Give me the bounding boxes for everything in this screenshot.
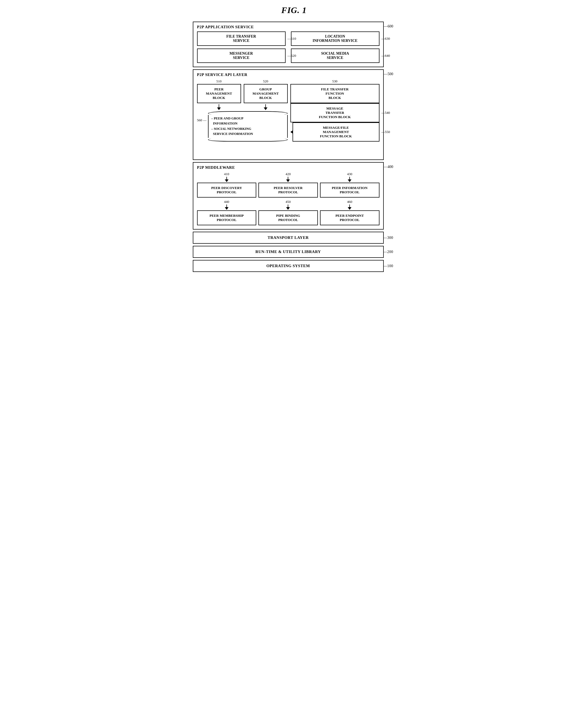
file-transfer-service-text: FILE TRANSFERSERVICE <box>226 34 256 43</box>
peer-mgmt-text: PEERMANAGEMENTBLOCK <box>206 87 232 100</box>
app-service-ref: —600 <box>384 24 393 28</box>
mw-num-430: 430 <box>320 172 379 176</box>
peer-mgmt-block: PEERMANAGEMENTBLOCK <box>197 84 241 103</box>
mw-num-460: 460 <box>320 200 379 204</box>
location-service-text: LOCATIONINFORMATION SERVICE <box>313 34 357 43</box>
file-transfer-fb-text: FILE TRANSFERFUNCTIONBLOCK <box>321 87 349 100</box>
api-left-col: 510 520 PEERMANAGEMENTBLOCK GROUPMANAGEM… <box>197 79 288 142</box>
location-service-ref: —630 <box>381 36 390 41</box>
group-mgmt-block: GROUPMANAGEMENTBLOCK <box>244 84 288 103</box>
file-transfer-num: 530 <box>290 79 379 84</box>
messenger-service-wrapper: MESSENGERSERVICE —620 <box>197 48 285 63</box>
cylinder-bottom <box>208 138 287 142</box>
transport-label: TRANSPORT LAYER <box>267 235 309 240</box>
pipe-binding-block: PIPE BINDINGPROTOCOL <box>258 210 318 225</box>
mw-arrow-row-1 <box>197 177 379 182</box>
social-media-service-block: SOCIAL MEDIASERVICE —640 <box>291 48 379 63</box>
group-mgmt-text: GROUPMANAGEMENTBLOCK <box>252 87 279 100</box>
cylinder-top <box>208 111 287 115</box>
mw-num-450: 450 <box>258 200 318 204</box>
mw-num-420: 420 <box>258 172 318 176</box>
cylinder-body: – PEER AND GROUP INFORMATION– SOCIAL NET… <box>208 115 287 138</box>
app-service-layer: P2P APPLICATION SERVICE FILE TRANSFERSER… <box>193 22 384 67</box>
social-media-service-text: SOCIAL MEDIASERVICE <box>321 51 349 60</box>
social-media-service-wrapper: SOCIAL MEDIASERVICE —640 <box>291 48 379 63</box>
mw-arrow-430 <box>320 177 379 182</box>
location-service-wrapper: LOCATIONINFORMATION SERVICE —630 <box>291 31 379 46</box>
mw-arrow-440 <box>197 205 256 210</box>
runtime-label: RUN-TIME & UTILITY LIBRARY <box>255 250 321 254</box>
middleware-label: P2P MIDDLEWARE <box>197 165 379 170</box>
mw-num-440: 440 <box>197 200 256 204</box>
db-line1: – PEER AND GROUP INFORMATION– SOCIAL NET… <box>211 117 253 136</box>
messenger-service-block: MESSENGERSERVICE —620 <box>197 48 285 63</box>
peer-resolver-text: PEER RESOLVERPROTOCOL <box>273 186 303 194</box>
location-service-block: LOCATIONINFORMATION SERVICE —630 <box>291 31 379 46</box>
db-ref-label: 560 — <box>197 118 207 122</box>
arrow-from-db <box>290 130 293 134</box>
peer-membership-block: PEER MEMBERSHIPPROTOCOL <box>197 210 256 225</box>
file-transfer-fb: FILE TRANSFERFUNCTIONBLOCK <box>290 84 379 103</box>
app-service-label: P2P APPLICATION SERVICE <box>197 25 379 29</box>
mw-arrow-460 <box>320 205 379 210</box>
mw-arrow-450 <box>258 205 318 210</box>
msg-file-mgmt-row: MESSAGE/FILEMANAGEMENTFUNCTION BLOCK —55… <box>290 122 379 142</box>
peer-endpoint-block: PEER ENDPOINTPROTOCOL <box>320 210 379 225</box>
db-container: 560 — – PEER AND GROUP INFORMATION– SOCI… <box>197 111 288 142</box>
runtime-layer: RUN-TIME & UTILITY LIBRARY —200 <box>193 246 384 258</box>
peer-info-text: PEER INFORMATIONPROTOCOL <box>332 186 367 194</box>
middleware-layer: P2P MIDDLEWARE 410 420 430 <box>193 162 384 230</box>
msg-transfer-fb-wrapper: MESSAGETRANSFERFUNCTION BLOCK —540 <box>290 103 379 122</box>
app-service-grid: FILE TRANSFERSERVICE —610 LOCATIONINFORM… <box>197 31 379 63</box>
api-right-col: 530 FILE TRANSFERFUNCTIONBLOCK MESSAGETR… <box>290 79 379 142</box>
api-arrows-row <box>197 103 288 111</box>
pipe-binding-text: PIPE BINDINGPROTOCOL <box>276 214 300 222</box>
api-layer-label: P2P SERVICE API LAYER <box>197 73 379 77</box>
api-top-blocks-row: PEERMANAGEMENTBLOCK GROUPMANAGEMENTBLOCK <box>197 84 288 103</box>
mw-blocks-row-1: PEER DISCOVERYPROTOCOL PEER RESOLVERPROT… <box>197 183 379 198</box>
mw-blocks-row-2: PEER MEMBERSHIPPROTOCOL PIPE BINDINGPROT… <box>197 210 379 225</box>
mw-num-410: 410 <box>197 172 256 176</box>
peer-info-block: PEER INFORMATIONPROTOCOL <box>320 183 379 198</box>
diagram-wrapper: P2P APPLICATION SERVICE FILE TRANSFERSER… <box>193 22 395 272</box>
msg-file-mgmt-fb: MESSAGE/FILEMANAGEMENTFUNCTION BLOCK <box>292 122 379 142</box>
transport-ref: —300 <box>383 236 393 240</box>
peer-arrow <box>197 104 241 110</box>
api-layer-ref: —500 <box>384 72 393 76</box>
middleware-ref: —400 <box>384 165 393 169</box>
peer-discovery-text: PEER DISCOVERYPROTOCOL <box>211 186 242 194</box>
msg-transfer-fb-text: MESSAGETRANSFERFUNCTION BLOCK <box>319 106 351 119</box>
peer-resolver-block: PEER RESOLVERPROTOCOL <box>258 183 318 198</box>
mw-arrow-410 <box>197 177 256 182</box>
group-arrow <box>244 104 288 110</box>
os-layer: OPERATING SYSTEM —100 <box>193 260 384 272</box>
page: FIG. 1 P2P APPLICATION SERVICE FILE TRAN… <box>193 5 395 274</box>
os-label: OPERATING SYSTEM <box>266 264 310 268</box>
file-transfer-fb-wrapper: FILE TRANSFERFUNCTIONBLOCK <box>290 84 379 103</box>
os-ref: —100 <box>383 264 393 268</box>
msg-transfer-fb: MESSAGETRANSFERFUNCTION BLOCK <box>290 103 379 122</box>
social-media-service-ref: —640 <box>381 53 390 58</box>
peer-endpoint-text: PEER ENDPOINTPROTOCOL <box>336 214 364 222</box>
peer-discovery-block: PEER DISCOVERYPROTOCOL <box>197 183 256 198</box>
transport-layer: TRANSPORT LAYER —300 <box>193 232 384 244</box>
peer-mgmt-num: 510 <box>197 79 241 84</box>
api-layer-content: 510 520 PEERMANAGEMENTBLOCK GROUPMANAGEM… <box>197 79 379 142</box>
peer-membership-text: PEER MEMBERSHIPPROTOCOL <box>210 214 244 222</box>
mw-arrow-420 <box>258 177 318 182</box>
file-transfer-service-wrapper: FILE TRANSFERSERVICE —610 <box>197 31 285 46</box>
msg-file-mgmt-text: MESSAGE/FILEMANAGEMENTFUNCTION BLOCK <box>320 126 352 138</box>
mw-num-row-2: 440 450 460 <box>197 200 379 204</box>
figure-title: FIG. 1 <box>193 5 395 15</box>
mw-arrow-row-2 <box>197 205 379 210</box>
file-transfer-service-block: FILE TRANSFERSERVICE —610 <box>197 31 285 46</box>
cylinder-wrapper: – PEER AND GROUP INFORMATION– SOCIAL NET… <box>208 111 287 142</box>
api-top-num-row: 510 520 <box>197 79 288 84</box>
group-mgmt-num: 520 <box>244 79 288 84</box>
msg-transfer-ref: —540 <box>381 111 390 115</box>
msg-file-mgmt-ref: —550 <box>381 130 390 134</box>
api-layer: P2P SERVICE API LAYER 510 520 PEERMANAGE… <box>193 69 384 160</box>
messenger-service-text: MESSENGERSERVICE <box>230 51 253 60</box>
runtime-ref: —200 <box>383 250 393 254</box>
mw-num-row-1: 410 420 430 <box>197 172 379 176</box>
